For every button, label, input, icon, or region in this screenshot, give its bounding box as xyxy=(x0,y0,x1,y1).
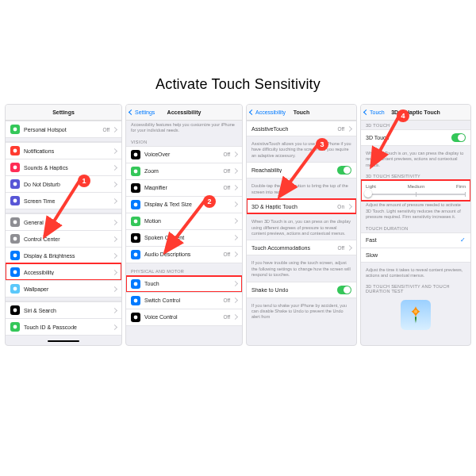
row-3d-touch[interactable]: 3D Touch xyxy=(361,130,470,145)
assistive-note: AssistiveTouch allows you to use your iP… xyxy=(247,140,356,162)
toggle-shake[interactable] xyxy=(337,286,351,294)
back-button[interactable]: Touch xyxy=(364,105,385,120)
settings-row[interactable]: Switch ControlOff xyxy=(126,292,242,309)
row-shake-to-undo[interactable]: Shake to Undo xyxy=(247,282,356,298)
settings-row[interactable]: Touch ID & Passcode xyxy=(6,318,121,335)
row-value: Off xyxy=(223,152,230,157)
row-label: Reachability xyxy=(251,167,334,173)
settings-row[interactable]: Personal HotspotOff xyxy=(6,121,121,137)
chevron-right-icon xyxy=(232,218,238,224)
section-motor: Physical and Motor xyxy=(126,267,242,275)
toggle-reachability[interactable] xyxy=(337,166,351,175)
row-value: On xyxy=(337,204,344,209)
svg-point-10 xyxy=(13,309,17,313)
header-accessibility: Settings Accessibility xyxy=(126,105,242,121)
app-icon xyxy=(131,200,140,209)
row-reachability[interactable]: Reachability xyxy=(247,163,356,178)
row-value: Off xyxy=(223,298,230,303)
chevron-right-icon xyxy=(112,148,117,153)
page-title: Activate Touch Sensitivity xyxy=(0,0,476,104)
shake-group: Shake to Undo xyxy=(247,282,356,298)
row-duration-slow[interactable]: Slow xyxy=(361,248,470,262)
note-sens: Adjust the amount of pressure needed to … xyxy=(361,201,470,223)
row-label: Magnifier xyxy=(144,185,220,190)
settings-row[interactable]: Sounds & Haptics xyxy=(6,159,121,175)
note-3d: When 3D Touch is on, you can press the d… xyxy=(361,149,470,171)
svg-point-18 xyxy=(134,252,138,256)
app-icon xyxy=(10,196,20,205)
panel-3d-haptic: Touch 3D & Haptic Touch 3D Touch 3D Touc… xyxy=(360,104,471,346)
section-3d: 3D Touch xyxy=(361,121,470,129)
sensitivity-slider[interactable]: Light Medium Firm xyxy=(361,180,470,201)
row-label: Sounds & Haptics xyxy=(24,165,109,171)
svg-point-12 xyxy=(134,152,138,156)
chevron-right-icon xyxy=(232,152,238,157)
vision-list: VoiceOverOffZoomOffMagnifierOffDisplay &… xyxy=(126,146,242,263)
svg-point-22 xyxy=(414,310,417,313)
settings-row[interactable]: Notifications xyxy=(6,142,121,159)
settings-row[interactable]: Spoken Content xyxy=(126,229,242,246)
row-duration-fast[interactable]: Fast ✓ xyxy=(361,233,470,248)
row-3d-haptic-touch[interactable]: 3D & Haptic Touch On xyxy=(247,199,356,213)
settings-row[interactable]: Do Not Disturb xyxy=(6,175,121,192)
svg-point-8 xyxy=(13,271,17,274)
svg-point-13 xyxy=(134,169,138,173)
acc-note: If you have trouble using the touch scre… xyxy=(247,259,356,281)
3d-group: 3D Touch xyxy=(361,129,470,146)
back-label: Settings xyxy=(135,109,155,115)
settings-row[interactable]: Display & Brightness xyxy=(6,247,121,263)
settings-row[interactable]: VoiceOverOff xyxy=(126,147,242,163)
app-icon xyxy=(131,313,140,322)
settings-row[interactable]: MagnifierOff xyxy=(126,179,242,196)
settings-row[interactable]: Motion xyxy=(126,213,242,229)
header-title: 3D & Haptic Touch xyxy=(391,109,440,115)
row-value: Off xyxy=(102,127,109,132)
toggle-3d-touch[interactable] xyxy=(451,133,466,142)
settings-row[interactable]: Accessibility xyxy=(6,263,121,280)
svg-point-4 xyxy=(13,199,17,203)
settings-row[interactable]: Audio DescriptionsOff xyxy=(126,246,242,263)
back-button[interactable]: Settings xyxy=(129,105,155,120)
settings-row[interactable]: General xyxy=(6,213,121,230)
settings-row[interactable]: ZoomOff xyxy=(126,163,242,179)
chevron-right-icon xyxy=(112,219,117,225)
row-label: Screen Time xyxy=(24,198,109,204)
row-label: Wallpaper xyxy=(24,286,109,292)
chevron-right-icon xyxy=(112,252,117,258)
app-icon xyxy=(131,279,140,289)
chevron-right-icon xyxy=(112,269,117,274)
svg-point-7 xyxy=(13,254,17,258)
slider-knob[interactable] xyxy=(364,190,372,198)
header-title: Settings xyxy=(52,109,75,115)
settings-row[interactable]: Display & Text Size xyxy=(126,196,242,213)
chevron-right-icon xyxy=(112,164,117,170)
reach-note: Double-tap the home button to bring the … xyxy=(247,182,356,198)
svg-point-15 xyxy=(134,202,138,206)
chevron-right-icon xyxy=(347,125,352,131)
row-value: Off xyxy=(223,168,230,174)
settings-row[interactable]: Siri & Search xyxy=(6,301,121,318)
settings-row[interactable]: Screen Time xyxy=(6,192,121,209)
haptic-group: 3D & Haptic Touch On xyxy=(247,198,356,214)
app-icon xyxy=(10,305,20,315)
settings-row[interactable]: Wallpaper xyxy=(6,280,121,297)
settings-row[interactable]: Voice ControlOff xyxy=(126,309,242,325)
row-label: Notifications xyxy=(24,148,109,154)
row-touch-accommodations[interactable]: Touch Accommodations Off xyxy=(247,240,356,255)
row-label: General xyxy=(24,220,109,225)
app-icon xyxy=(131,167,140,176)
app-icon xyxy=(131,250,140,259)
settings-row[interactable]: Touch xyxy=(126,276,242,292)
row-label: Touch Accommodations xyxy=(251,245,334,251)
slider-label-light: Light xyxy=(366,184,376,189)
app-icon xyxy=(10,179,20,189)
test-image[interactable] xyxy=(401,300,431,330)
row-assistivetouch[interactable]: AssistiveTouch Off xyxy=(247,121,356,136)
app-icon xyxy=(10,251,20,260)
row-value: Off xyxy=(223,185,230,190)
chevron-right-icon xyxy=(232,202,238,207)
row-label: Accessibility xyxy=(24,270,109,275)
chevron-right-icon xyxy=(232,251,238,257)
back-button[interactable]: Accessibility xyxy=(250,105,286,120)
settings-row[interactable]: Control Center xyxy=(6,230,121,247)
